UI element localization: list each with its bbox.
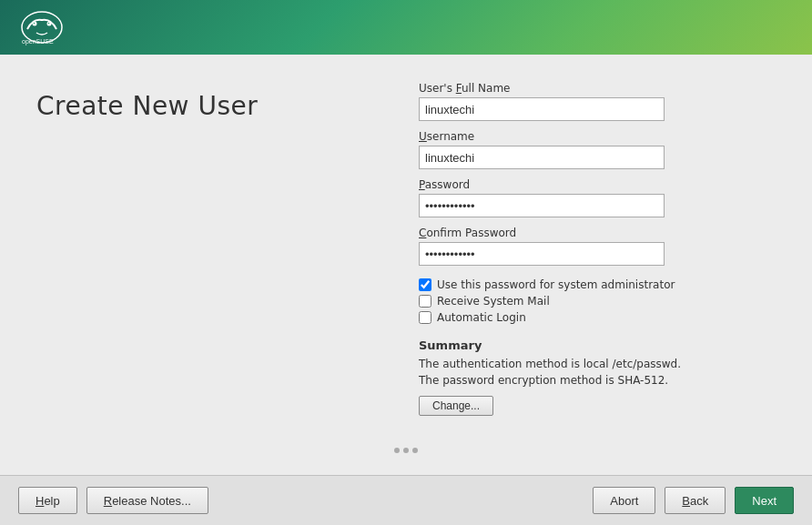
sysadmin-checkbox[interactable] — [419, 278, 431, 291]
summary-line2: The password encryption method is SHA-51… — [419, 372, 776, 389]
full-name-group: User's Full Name — [419, 82, 776, 121]
confirm-password-input[interactable] — [419, 242, 665, 266]
checkbox-group: Use this password for system administrat… — [419, 278, 776, 324]
confirm-password-group: Confirm Password — [419, 227, 776, 266]
username-group: Username — [419, 130, 776, 169]
main-content: Create New User User's Full Name Usernam… — [0, 55, 812, 475]
username-label: Username — [419, 130, 776, 143]
confirm-password-label: Confirm Password — [419, 227, 776, 239]
full-name-input[interactable] — [419, 97, 665, 121]
sysmail-checkbox-text: Receive System Mail — [437, 295, 550, 308]
summary-section: Summary The authentication method is loc… — [419, 338, 776, 416]
sysadmin-checkbox-text: Use this password for system administrat… — [437, 278, 675, 291]
right-panel: User's Full Name Username Password — [419, 82, 776, 444]
dots-separator — [36, 444, 776, 457]
password-label: Password — [419, 178, 776, 191]
sysadmin-checkbox-label[interactable]: Use this password for system administrat… — [419, 278, 776, 291]
full-name-label: User's Full Name — [419, 82, 776, 95]
page-title: Create New User — [36, 91, 258, 121]
change-button[interactable]: Change... — [419, 396, 493, 416]
footer-left: Help Release Notes... — [18, 487, 208, 514]
help-button[interactable]: Help — [18, 487, 77, 514]
password-input[interactable] — [419, 194, 665, 217]
header: openSUSE — [0, 0, 812, 55]
sysmail-checkbox[interactable] — [419, 295, 431, 308]
svg-point-3 — [34, 23, 36, 25]
release-notes-button[interactable]: Release Notes... — [86, 487, 208, 514]
sysmail-checkbox-label[interactable]: Receive System Mail — [419, 295, 776, 308]
footer: Help Release Notes... Abort Back Next — [0, 475, 812, 525]
left-panel: Create New User — [36, 82, 382, 444]
logo-area: openSUSE — [18, 9, 66, 45]
back-button[interactable]: Back — [665, 487, 726, 514]
password-group: Password — [419, 178, 776, 217]
dot3 — [412, 448, 418, 453]
summary-title: Summary — [419, 338, 776, 352]
abort-button[interactable]: Abort — [593, 487, 655, 514]
autologin-checkbox[interactable] — [419, 311, 431, 324]
svg-point-4 — [48, 23, 50, 25]
dot2 — [403, 448, 409, 453]
summary-text: The authentication method is local /etc/… — [419, 356, 776, 389]
dot1 — [394, 448, 400, 453]
summary-line1: The authentication method is local /etc/… — [419, 356, 776, 372]
username-input[interactable] — [419, 146, 665, 169]
autologin-checkbox-text: Automatic Login — [437, 311, 526, 324]
svg-text:openSUSE: openSUSE — [22, 38, 54, 45]
opensuse-logo: openSUSE — [18, 9, 66, 45]
autologin-checkbox-label[interactable]: Automatic Login — [419, 311, 776, 324]
next-button[interactable]: Next — [735, 487, 794, 514]
footer-right: Abort Back Next — [593, 487, 794, 514]
